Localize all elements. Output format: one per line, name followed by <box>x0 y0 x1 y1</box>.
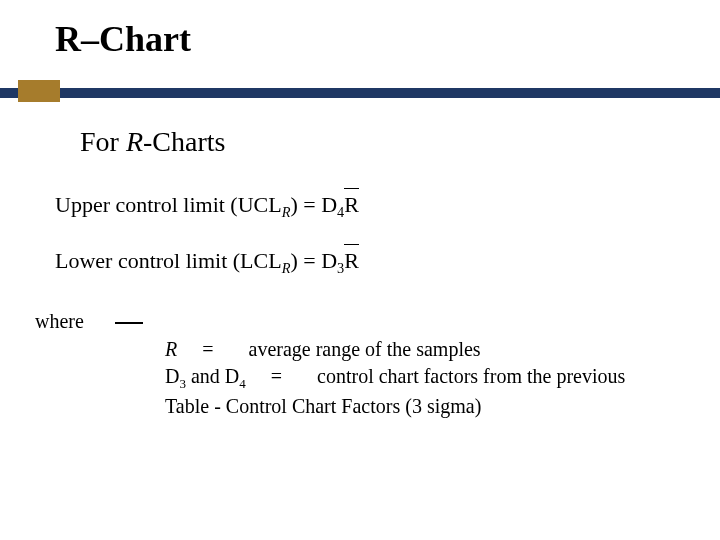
accent-block <box>18 80 60 102</box>
ucl-rbar: R <box>344 192 359 218</box>
ucl-formula: Upper control limit (UCLR) = D4R <box>55 192 359 221</box>
subtitle: For R-Charts <box>80 126 225 158</box>
def-d-sub2: 4 <box>239 376 246 391</box>
def-r-var: R <box>165 338 177 360</box>
def-d-prefix: D <box>165 365 179 387</box>
lcl-mid: ) = D <box>290 248 337 273</box>
lcl-sub-3: 3 <box>337 260 344 276</box>
slide: R–Chart For R-Charts Upper control limit… <box>0 0 720 540</box>
lcl-formula: Lower control limit (LCLR) = D3R <box>55 248 359 277</box>
definitions: R = average range of the samples D3 and … <box>165 336 655 420</box>
slide-title: R–Chart <box>55 18 191 60</box>
def-d-and: and D <box>186 365 239 387</box>
ucl-mid: ) = D <box>290 192 337 217</box>
floating-overline <box>115 322 143 324</box>
def-d-row: D3 and D4 = control chart factors from t… <box>165 363 655 420</box>
ucl-sub-4: 4 <box>337 204 344 220</box>
ucl-prefix: Upper control limit (UCL <box>55 192 282 217</box>
def-d-eq: = <box>271 365 282 387</box>
where-label: where <box>35 310 84 333</box>
subtitle-var: R <box>126 126 143 157</box>
def-r-eq: = <box>202 338 213 360</box>
subtitle-suffix: -Charts <box>143 126 225 157</box>
lcl-prefix: Lower control limit (LCL <box>55 248 282 273</box>
lcl-rbar: R <box>344 248 359 274</box>
subtitle-prefix: For <box>80 126 126 157</box>
def-r-text: average range of the samples <box>249 338 481 360</box>
def-r-row: R = average range of the samples <box>165 336 655 363</box>
accent-bar <box>0 88 720 98</box>
